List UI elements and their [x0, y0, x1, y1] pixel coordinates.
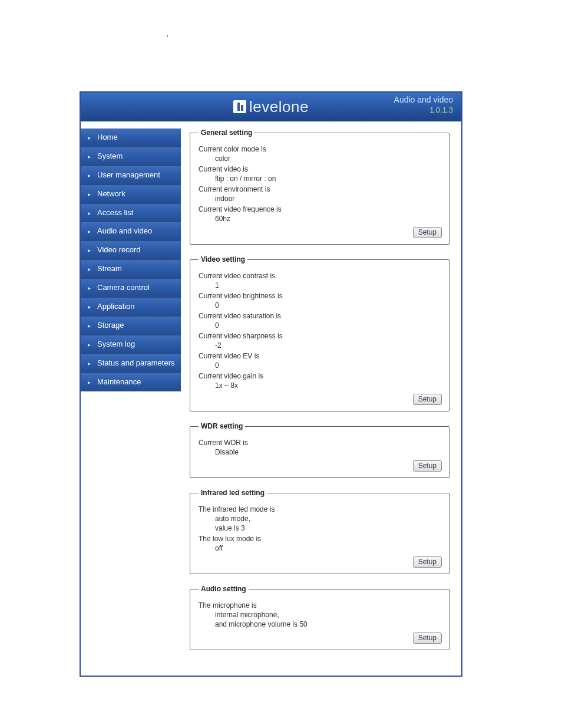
- sidebar-item-label: Audio and video: [97, 226, 152, 235]
- stray-mark: ’: [167, 34, 168, 42]
- video-setting-legend: Video setting: [199, 255, 247, 263]
- sidebar-item-label: Home: [97, 133, 118, 141]
- infrared-mode-value-2: value is 3: [215, 524, 442, 532]
- low-lux-label: The low lux mode is: [199, 535, 442, 543]
- low-lux-value: off: [215, 544, 442, 552]
- sidebar-item-audio-and-video[interactable]: ▸Audio and video: [81, 222, 181, 241]
- sidebar-item-label: User management: [97, 170, 160, 179]
- microphone-label: The microphone is: [199, 601, 442, 610]
- contrast-label: Current video contrast is: [199, 272, 442, 280]
- wdr-setting-panel: WDR setting Current WDR is Disable Setup: [190, 422, 449, 478]
- sidebar-item-label: Stream: [97, 264, 122, 273]
- chevron-right-icon: ▸: [88, 378, 91, 386]
- sidebar-item-network[interactable]: ▸Network: [81, 185, 181, 204]
- sidebar-item-label: Status and parameters: [97, 358, 175, 367]
- microphone-value-1: internal microphone,: [215, 611, 442, 619]
- general-setting-panel: General setting Current color mode is co…: [190, 129, 449, 245]
- chevron-right-icon: ▸: [88, 265, 91, 273]
- saturation-label: Current video saturation is: [199, 312, 442, 320]
- color-mode-label: Current color mode is: [199, 145, 442, 153]
- infrared-mode-label: The infrared led mode is: [199, 505, 442, 513]
- page-title: Audio and video: [394, 95, 453, 106]
- sidebar-item-label: Access list: [97, 208, 133, 217]
- gain-label: Current video gain is: [199, 372, 442, 380]
- chevron-right-icon: ▸: [88, 153, 91, 160]
- gain-value: 1x ~ 8x: [215, 381, 442, 390]
- sidebar-item-system[interactable]: ▸System: [81, 147, 181, 166]
- sidebar-item-label: Video record: [97, 245, 140, 254]
- sidebar: ▸Home ▸System ▸User management ▸Network …: [81, 121, 181, 391]
- infrared-mode-value-1: auto mode,: [215, 515, 442, 523]
- audio-setting-legend: Audio setting: [199, 585, 249, 593]
- chevron-right-icon: ▸: [88, 228, 91, 235]
- sharpness-label: Current video sharpness is: [199, 332, 442, 340]
- infrared-setup-button[interactable]: Setup: [413, 556, 442, 568]
- general-setting-legend: General setting: [199, 129, 254, 137]
- sidebar-item-camera-control[interactable]: ▸Camera control: [81, 279, 181, 298]
- sharpness-value: -2: [215, 341, 442, 350]
- general-setup-button[interactable]: Setup: [413, 227, 442, 238]
- wdr-value: Disable: [215, 448, 442, 456]
- microphone-value-2: and microphone volume is 50: [215, 620, 442, 628]
- audio-setup-button[interactable]: Setup: [413, 633, 442, 644]
- chevron-right-icon: ▸: [88, 134, 91, 141]
- sidebar-item-user-management[interactable]: ▸User management: [81, 166, 181, 185]
- color-mode-value: color: [215, 154, 442, 163]
- ev-value: 0: [215, 361, 442, 370]
- wdr-setup-button[interactable]: Setup: [413, 460, 442, 472]
- header-bar: levelone Audio and video 1.0.1.3: [81, 93, 461, 121]
- sidebar-item-label: System log: [97, 340, 135, 348]
- infrared-setting-legend: Infrared led setting: [199, 489, 267, 497]
- infrared-setting-panel: Infrared led setting The infrared led mo…: [190, 489, 449, 574]
- chevron-right-icon: ▸: [88, 322, 91, 330]
- brand: levelone: [233, 98, 309, 116]
- sidebar-item-application[interactable]: ▸Application: [81, 298, 181, 317]
- saturation-value: 0: [215, 321, 442, 330]
- current-video-label: Current video is: [199, 165, 442, 173]
- header-title-block: Audio and video 1.0.1.3: [394, 95, 453, 115]
- frequence-label: Current video frequence is: [199, 205, 442, 213]
- environment-value: indoor: [215, 195, 442, 203]
- sidebar-item-label: Network: [97, 189, 125, 198]
- chevron-right-icon: ▸: [88, 360, 91, 367]
- sidebar-item-label: Application: [97, 302, 135, 311]
- video-setup-button[interactable]: Setup: [413, 394, 442, 405]
- chevron-right-icon: ▸: [88, 209, 91, 217]
- contrast-value: 1: [215, 281, 442, 289]
- sidebar-item-home[interactable]: ▸Home: [81, 129, 181, 147]
- sidebar-item-label: Camera control: [97, 283, 150, 292]
- chevron-right-icon: ▸: [88, 341, 91, 348]
- brightness-value: 0: [215, 301, 442, 309]
- brand-text: levelone: [249, 98, 309, 116]
- brand-logo-icon: [233, 100, 246, 113]
- frequence-value: 60hz: [215, 215, 442, 223]
- current-video-value: flip : on / mirror : on: [215, 174, 442, 183]
- wdr-setting-legend: WDR setting: [199, 422, 245, 430]
- sidebar-item-label: Maintenance: [97, 377, 141, 386]
- chevron-right-icon: ▸: [88, 284, 91, 292]
- sidebar-item-status-and-parameters[interactable]: ▸Status and parameters: [81, 354, 181, 373]
- audio-setting-panel: Audio setting The microphone is internal…: [190, 585, 449, 650]
- sidebar-item-access-list[interactable]: ▸Access list: [81, 204, 181, 223]
- wdr-label: Current WDR is: [199, 439, 442, 447]
- sidebar-item-storage[interactable]: ▸Storage: [81, 317, 181, 335]
- sidebar-item-system-log[interactable]: ▸System log: [81, 335, 181, 354]
- ev-label: Current video EV is: [199, 352, 442, 360]
- sidebar-item-label: System: [97, 151, 123, 160]
- app-frame: levelone Audio and video 1.0.1.3 ▸Home ▸…: [80, 91, 462, 677]
- sidebar-item-video-record[interactable]: ▸Video record: [81, 241, 181, 260]
- environment-label: Current environment is: [199, 185, 442, 193]
- main-content: General setting Current color mode is co…: [181, 121, 461, 661]
- version-label: 1.0.1.3: [394, 106, 453, 115]
- sidebar-item-maintenance[interactable]: ▸Maintenance: [81, 373, 181, 392]
- video-setting-panel: Video setting Current video contrast is …: [190, 255, 449, 411]
- chevron-right-icon: ▸: [88, 190, 91, 198]
- sidebar-item-stream[interactable]: ▸Stream: [81, 260, 181, 279]
- sidebar-item-label: Storage: [97, 321, 124, 330]
- chevron-right-icon: ▸: [88, 172, 91, 179]
- chevron-right-icon: ▸: [88, 303, 91, 311]
- chevron-right-icon: ▸: [88, 246, 91, 254]
- brightness-label: Current video brightness is: [199, 292, 442, 300]
